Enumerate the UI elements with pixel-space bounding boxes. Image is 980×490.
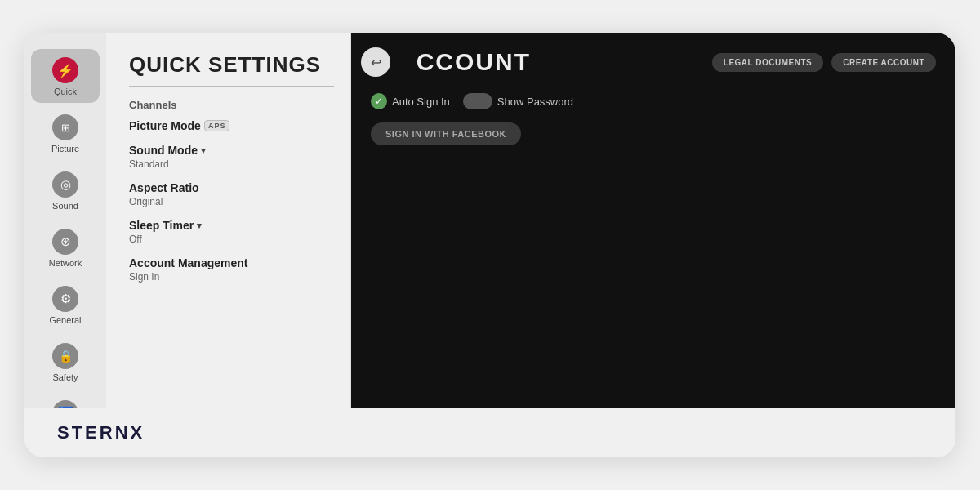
auto-signin-label: Auto Sign In	[392, 96, 450, 108]
sleep-timer-item[interactable]: Sleep Timer ▾ Off	[129, 219, 334, 245]
safety-label: Safety	[52, 372, 78, 382]
signin-options-row: ✓ Auto Sign In Show Password	[351, 77, 956, 109]
sound-mode-value: Standard	[129, 158, 334, 170]
account-panel: ↩ ACCOUNT LEGAL DOCUMENTS CREATE ACCOUNT…	[351, 33, 956, 408]
sound-mode-dropdown-arrow: ▾	[201, 145, 206, 156]
safety-icon: 🔒	[52, 343, 78, 369]
main-area: ⚡ Quick ⊞ Picture ◎ Sound ⊛ Network ⚙ Ge…	[24, 33, 956, 408]
general-icon: ⚙	[52, 286, 78, 312]
quick-icon: ⚡	[52, 57, 78, 83]
show-password-label: Show Password	[497, 96, 573, 108]
network-icon: ⊛	[52, 229, 78, 255]
auto-signin-item[interactable]: ✓ Auto Sign In	[371, 93, 450, 109]
facebook-signin-button[interactable]: SIGN IN WITH FACEBOOK	[371, 122, 521, 145]
sidebar: ⚡ Quick ⊞ Picture ◎ Sound ⊛ Network ⚙ Ge…	[24, 33, 106, 408]
picture-icon: ⊞	[52, 114, 78, 140]
sound-icon: ◎	[52, 172, 78, 198]
back-icon: ↩	[371, 55, 381, 70]
bottom-bar: STERNX	[24, 408, 956, 457]
show-password-toggle[interactable]	[463, 93, 492, 109]
aspect-ratio-item[interactable]: Aspect Ratio Original	[129, 181, 334, 207]
ai-badge: APS	[204, 120, 230, 131]
picture-label: Picture	[51, 144, 79, 154]
auto-signin-checkbox[interactable]: ✓	[371, 93, 387, 109]
account-management-value: Sign In	[129, 271, 334, 283]
sidebar-item-sound[interactable]: ◎ Sound	[31, 163, 100, 217]
picture-mode-item[interactable]: Picture Mode APS	[129, 119, 334, 132]
account-title: ACCOUNT	[397, 48, 712, 76]
aspect-ratio-value: Original	[129, 196, 334, 207]
sidebar-item-picture[interactable]: ⊞ Picture	[31, 106, 100, 160]
account-management-item[interactable]: Account Management Sign In	[129, 256, 334, 283]
legal-documents-button[interactable]: LEGAL DOCUMENTS	[712, 53, 823, 72]
back-button[interactable]: ↩	[361, 47, 390, 77]
sidebar-item-safety[interactable]: 🔒 Safety	[31, 335, 100, 389]
picture-mode-title: Picture Mode APS	[129, 119, 334, 132]
quick-label: Quick	[54, 87, 77, 96]
sidebar-item-accessibility[interactable]: ♿ Accessibility	[31, 392, 100, 408]
sound-mode-item[interactable]: Sound Mode ▾ Standard	[129, 144, 334, 170]
show-password-item[interactable]: Show Password	[463, 93, 573, 109]
accessibility-icon: ♿	[52, 400, 78, 408]
account-management-title: Account Management	[129, 256, 334, 270]
sidebar-item-network[interactable]: ⊛ Network	[31, 220, 100, 274]
aspect-ratio-title: Aspect Ratio	[129, 181, 334, 194]
create-account-button[interactable]: CREATE ACCOUNT	[831, 53, 936, 72]
tv-settings-overlay: ⚡ Quick ⊞ Picture ◎ Sound ⊛ Network ⚙ Ge…	[24, 33, 956, 457]
section-label: Channels	[129, 99, 334, 111]
sound-label: Sound	[52, 201, 78, 211]
brand-logo: STERNX	[57, 422, 145, 443]
network-label: Network	[49, 258, 82, 268]
account-header: ↩ ACCOUNT LEGAL DOCUMENTS CREATE ACCOUNT	[351, 33, 956, 77]
account-action-buttons: LEGAL DOCUMENTS CREATE ACCOUNT	[712, 53, 936, 72]
page-title: QUICK SETTINGS	[129, 52, 334, 78]
sound-mode-title: Sound Mode ▾	[129, 144, 334, 157]
sleep-timer-dropdown-arrow: ▾	[197, 220, 202, 231]
title-divider	[129, 86, 334, 87]
quick-settings-panel: QUICK SETTINGS Channels Picture Mode APS…	[106, 33, 351, 408]
sidebar-item-general[interactable]: ⚙ General	[31, 278, 100, 332]
sleep-timer-value: Off	[129, 234, 334, 245]
general-label: General	[49, 315, 81, 325]
sleep-timer-title: Sleep Timer ▾	[129, 219, 334, 232]
sidebar-item-quick[interactable]: ⚡ Quick	[31, 49, 100, 103]
